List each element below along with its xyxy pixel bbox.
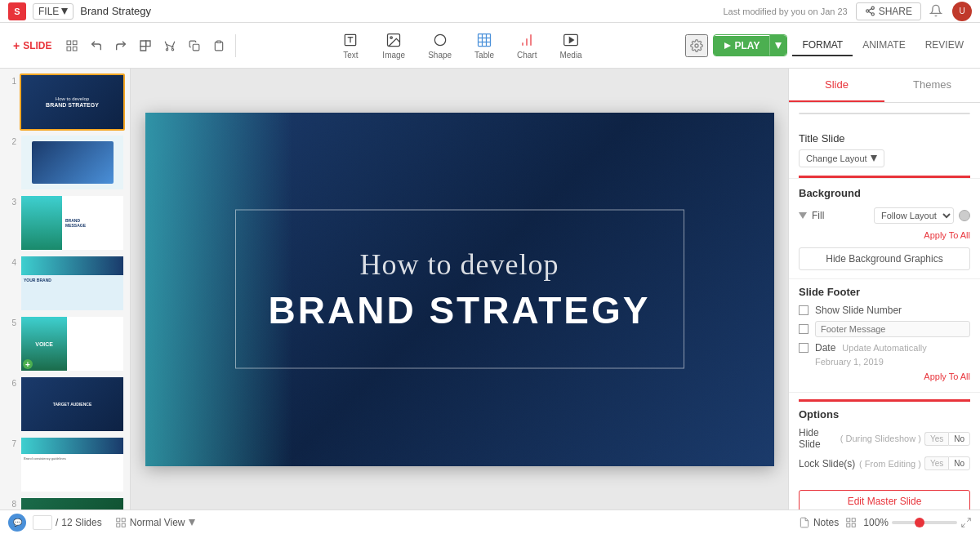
footer-message-checkbox[interactable] (799, 324, 808, 334)
canvas-area[interactable]: How to develop BRAND STRATEGY (131, 69, 788, 510)
toolbar-tools: Text Image Shape Table Chart (241, 29, 684, 61)
total-slides: 12 Slides (61, 517, 101, 528)
shape-tool[interactable]: Shape (423, 29, 457, 61)
notes-button[interactable]: Notes (799, 517, 839, 528)
fill-label: Fill (812, 210, 869, 221)
animate-tab[interactable]: ANIMATE (853, 35, 915, 56)
slide-thumbnail-3[interactable]: 3 BRAND MESSAGE (5, 194, 125, 251)
chart-tool-label: Chart (517, 51, 537, 60)
hide-slide-yes[interactable]: Yes (924, 432, 948, 446)
slide-img-6[interactable]: TARGET AUDIENCE (20, 376, 125, 433)
footer-message-row (799, 321, 970, 337)
chat-icon[interactable]: 💬 (8, 514, 26, 532)
footer-section: Slide Footer Show Slide Number Date Upda… (789, 278, 980, 392)
paint-format-button[interactable] (134, 34, 157, 57)
date-value: February 1, 2019 (815, 357, 970, 367)
slide-img-2[interactable] (20, 134, 125, 191)
slide-thumbnail-2[interactable]: 2 (5, 134, 125, 191)
lock-slide-label: Lock Slide(s) (799, 458, 856, 469)
undo-button[interactable] (85, 34, 108, 57)
image-tool[interactable]: Image (377, 29, 410, 61)
fullscreen-icon[interactable] (960, 517, 972, 528)
shape-tool-label: Shape (428, 51, 452, 60)
apply-all-background-link[interactable]: Apply To All (924, 230, 970, 240)
paste-button[interactable] (207, 34, 230, 57)
slide-tab[interactable]: Slide (789, 69, 884, 102)
svg-point-2 (866, 10, 868, 12)
grid-view-icon[interactable] (845, 517, 857, 528)
svg-rect-40 (852, 518, 855, 521)
show-slide-number-checkbox[interactable] (799, 305, 808, 315)
redo-button[interactable] (109, 34, 132, 57)
slide-thumbnail-5[interactable]: 5 VOICE + (5, 315, 125, 372)
lock-slide-row: Lock Slide(s) ( From Editing ) Yes No (799, 456, 970, 470)
fill-select[interactable]: Follow Layout (874, 207, 954, 224)
notifications-icon[interactable] (929, 4, 944, 19)
svg-point-11 (172, 48, 173, 50)
slide-img-5[interactable]: VOICE + (20, 315, 125, 372)
format-tab[interactable]: FORMAT (792, 35, 853, 56)
user-avatar[interactable]: U (952, 2, 972, 21)
date-checkbox[interactable] (799, 343, 808, 353)
media-tool[interactable]: Media (555, 29, 586, 61)
bottom-bar: 💬 1 / 12 Slides Normal View Notes 100% (0, 510, 980, 534)
edit-master-slide-button[interactable]: Edit Master Slide (799, 490, 970, 510)
document-title: Brand Strategy (80, 5, 151, 17)
slide-thumbnail-1[interactable]: 1 How to develop BRAND STRATEGY (5, 73, 125, 131)
update-auto-label: Update Automatically (842, 343, 970, 353)
file-menu-button[interactable]: FILE (33, 3, 74, 20)
play-dropdown-button[interactable] (769, 35, 786, 56)
review-tab[interactable]: REVIEW (915, 35, 973, 56)
svg-line-44 (962, 523, 965, 527)
slide-img-4[interactable]: YOUR BRAND (20, 255, 125, 312)
date-row: Date Update Automatically (799, 342, 970, 354)
cut-button[interactable] (158, 34, 181, 57)
copy-button[interactable] (183, 34, 206, 57)
text-icon (341, 31, 359, 49)
svg-rect-39 (847, 518, 850, 521)
zoom-slider[interactable] (892, 521, 957, 524)
add-slide-button[interactable]: + SLIDE (7, 36, 59, 56)
apply-all-footer-link[interactable]: Apply To All (924, 372, 970, 381)
themes-tab[interactable]: Themes (884, 69, 980, 102)
fill-color-picker[interactable] (959, 210, 970, 221)
slide-thumbnail-4[interactable]: 4 YOUR BRAND (5, 255, 125, 312)
slide-thumbnail-7[interactable]: 7 Brand consistency guidelines (5, 436, 125, 493)
hide-background-graphics-button[interactable]: Hide Background Graphics (799, 247, 970, 270)
svg-line-5 (868, 9, 871, 11)
text-tool[interactable]: Text (336, 29, 364, 61)
play-button[interactable]: PLAY (714, 36, 770, 56)
share-button[interactable]: SHARE (856, 2, 921, 20)
footer-section-title: Slide Footer (799, 286, 970, 298)
hide-slide-no[interactable]: No (948, 432, 970, 446)
change-layout-button[interactable]: Change Layout (799, 149, 884, 167)
media-icon (562, 31, 580, 49)
svg-point-19 (434, 34, 445, 45)
slide-thumbnail-6[interactable]: 6 TARGET AUDIENCE (5, 376, 125, 433)
svg-rect-12 (193, 44, 199, 51)
slide-panel-toggle-button[interactable] (60, 34, 83, 57)
slide-img-8[interactable]: BE TRUE TO YOUR BRAND (20, 496, 125, 510)
fill-row: Fill Follow Layout (789, 204, 980, 227)
slide-img-3[interactable]: BRAND MESSAGE (20, 194, 125, 251)
table-tool-label: Table (474, 51, 494, 60)
options-title: Options (799, 408, 970, 421)
fill-expand-icon[interactable] (799, 212, 807, 219)
lock-slide-yes[interactable]: Yes (924, 456, 948, 470)
svg-rect-6 (67, 41, 71, 45)
slide-img-1[interactable]: How to develop BRAND STRATEGY (20, 73, 125, 131)
slide-img-7[interactable]: Brand consistency guidelines (20, 436, 125, 493)
svg-rect-8 (67, 47, 71, 51)
chart-tool[interactable]: Chart (512, 29, 541, 61)
settings-button[interactable] (685, 34, 708, 57)
page-number-input[interactable]: 1 (33, 515, 52, 530)
slide-thumbnail-8[interactable]: 8 BE TRUE TO YOUR BRAND (5, 496, 125, 510)
table-tool[interactable]: Table (470, 29, 499, 61)
footer-message-input[interactable] (815, 321, 970, 337)
svg-rect-9 (73, 47, 77, 51)
lock-slide-no[interactable]: No (948, 456, 970, 470)
view-selector[interactable]: Normal View (115, 517, 195, 528)
zoom-thumb[interactable] (915, 518, 924, 527)
svg-rect-36 (116, 523, 119, 527)
slide-main-subtitle: BRAND STRATEGY (269, 287, 651, 332)
